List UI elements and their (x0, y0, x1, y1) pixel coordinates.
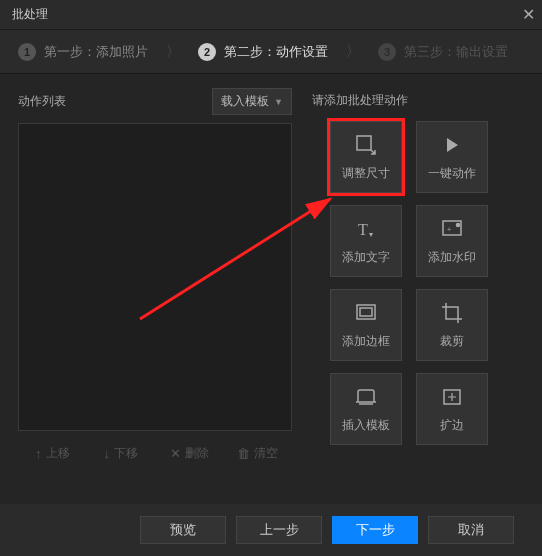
svg-rect-0 (357, 136, 371, 150)
action-grid: 调整尺寸 一键动作 T 添加文字 + 添加水印 (312, 121, 524, 445)
action-label: 裁剪 (440, 333, 464, 350)
resize-icon (355, 133, 377, 157)
delete-button[interactable]: ✕删除 (155, 439, 224, 468)
move-up-button[interactable]: ↑上移 (18, 439, 87, 468)
list-toolbar: ↑上移 ↓下移 ✕删除 🗑清空 (18, 439, 292, 468)
svg-text:+: + (447, 226, 451, 233)
action-template[interactable]: 插入模板 (330, 373, 402, 445)
play-icon (443, 133, 461, 157)
watermark-icon: + (441, 217, 463, 241)
load-template-label: 载入模板 (221, 93, 269, 110)
crop-icon (441, 301, 463, 325)
actions-title: 请添加批处理动作 (312, 88, 524, 109)
step-3: 3 第三步：输出设置 (360, 30, 526, 73)
action-label: 添加水印 (428, 249, 476, 266)
action-crop[interactable]: 裁剪 (416, 289, 488, 361)
prev-button[interactable]: 上一步 (236, 516, 322, 544)
step-1[interactable]: 1 第一步：添加照片 (0, 30, 166, 73)
action-watermark[interactable]: + 添加水印 (416, 205, 488, 277)
trash-icon: 🗑 (237, 446, 250, 461)
cancel-button[interactable]: 取消 (428, 516, 514, 544)
step-label: 第二步：动作设置 (224, 43, 328, 61)
arrow-up-icon: ↑ (35, 446, 42, 461)
svg-text:T: T (358, 221, 368, 238)
titlebar: 批处理 ✕ (0, 0, 542, 30)
arrow-down-icon: ↓ (104, 446, 111, 461)
step-label: 第三步：输出设置 (404, 43, 508, 61)
action-text[interactable]: T 添加文字 (330, 205, 402, 277)
right-panel: 请添加批处理动作 调整尺寸 一键动作 T 添加文字 (312, 88, 524, 445)
border-icon (355, 301, 377, 325)
action-onekey[interactable]: 一键动作 (416, 121, 488, 193)
close-icon[interactable]: ✕ (514, 1, 542, 29)
action-resize[interactable]: 调整尺寸 (330, 121, 402, 193)
step-num-icon: 2 (198, 43, 216, 61)
chevron-right-icon: 〉 (346, 43, 360, 61)
text-icon: T (355, 217, 377, 241)
delete-icon: ✕ (170, 446, 181, 461)
step-num-icon: 3 (378, 43, 396, 61)
step-2[interactable]: 2 第二步：动作设置 (180, 30, 346, 73)
step-num-icon: 1 (18, 43, 36, 61)
svg-rect-6 (360, 308, 372, 316)
action-label: 添加边框 (342, 333, 390, 350)
footer: 预览 上一步 下一步 取消 (0, 504, 542, 556)
svg-point-3 (457, 223, 460, 226)
action-border[interactable]: 添加边框 (330, 289, 402, 361)
action-expand[interactable]: 扩边 (416, 373, 488, 445)
action-list[interactable] (18, 123, 292, 431)
action-list-label: 动作列表 (18, 93, 66, 110)
move-down-button[interactable]: ↓下移 (87, 439, 156, 468)
chevron-right-icon: 〉 (166, 43, 180, 61)
clear-button[interactable]: 🗑清空 (224, 439, 293, 468)
panel-header: 动作列表 载入模板 ▼ (18, 88, 292, 115)
action-label: 一键动作 (428, 165, 476, 182)
load-template-dropdown[interactable]: 载入模板 ▼ (212, 88, 292, 115)
action-label: 扩边 (440, 417, 464, 434)
dialog-body: 动作列表 载入模板 ▼ ↑上移 ↓下移 ✕删除 🗑清空 请添加批处理动作 调整尺… (0, 74, 542, 504)
chevron-down-icon: ▼ (274, 97, 283, 107)
left-panel: 动作列表 载入模板 ▼ ↑上移 ↓下移 ✕删除 🗑清空 (18, 88, 292, 468)
action-label: 插入模板 (342, 417, 390, 434)
step-label: 第一步：添加照片 (44, 43, 148, 61)
next-button[interactable]: 下一步 (332, 516, 418, 544)
window-title: 批处理 (12, 6, 48, 23)
expand-icon (441, 385, 463, 409)
preview-button[interactable]: 预览 (140, 516, 226, 544)
action-label: 调整尺寸 (342, 165, 390, 182)
step-bar: 1 第一步：添加照片 〉 2 第二步：动作设置 〉 3 第三步：输出设置 (0, 30, 542, 74)
template-icon (355, 385, 377, 409)
action-label: 添加文字 (342, 249, 390, 266)
